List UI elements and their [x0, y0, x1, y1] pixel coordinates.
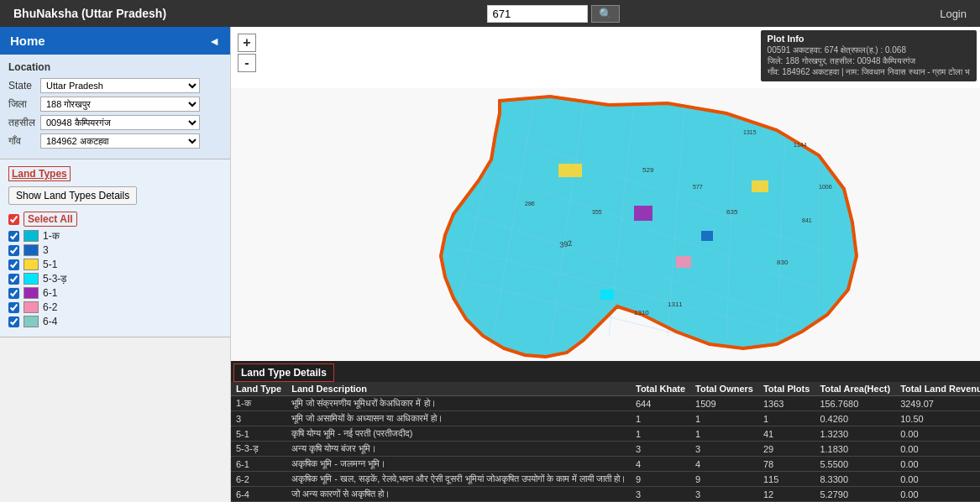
legend-checkbox-3[interactable] — [8, 274, 19, 285]
legend-label-6: 6-4 — [43, 316, 57, 327]
svg-text:1144: 1144 — [794, 142, 807, 148]
legend-checkbox-4[interactable] — [8, 288, 19, 299]
land-detail-cell-1-2: 1 — [631, 411, 690, 426]
land-types-title: Land Types — [8, 166, 71, 181]
legend-color-0 — [24, 230, 39, 242]
land-detail-col-1: Land Description — [286, 382, 631, 396]
legend-color-6 — [24, 316, 39, 327]
legend-item: 1-क — [8, 230, 222, 242]
land-detail-cell-2-4: 41 — [758, 426, 815, 442]
land-detail-cell-4-5: 5.5500 — [815, 457, 895, 472]
svg-text:577: 577 — [693, 184, 703, 190]
land-detail-cell-1-3: 1 — [690, 411, 758, 426]
legend-item: 3 — [8, 244, 222, 256]
collapse-arrow-icon[interactable]: ◄ — [208, 34, 220, 48]
land-detail-cell-5-1: अकृषिक भूमि - खल, सड़कें, रेलवे,भवन और ऐ… — [286, 472, 631, 487]
legend-label-3: 5-3-ड़ — [43, 273, 66, 285]
show-land-types-button[interactable]: Show Land Types Details — [8, 186, 137, 205]
svg-rect-18 — [752, 180, 768, 192]
land-detail-row: 6-2अकृषिक भूमि - खल, सड़कें, रेलवे,भवन औ… — [231, 472, 980, 487]
sidebar: Home ◄ Location State Uttar Pradesh जिला… — [0, 27, 231, 502]
legend-label-5: 6-2 — [43, 301, 57, 313]
home-label: Home — [10, 34, 45, 48]
village-select[interactable]: 184962 अकटहवा — [40, 133, 200, 149]
land-detail-cell-5-0: 6-2 — [231, 472, 286, 487]
select-all-row: Select All — [8, 212, 222, 227]
svg-rect-21 — [701, 231, 713, 241]
zoom-out-button[interactable]: - — [238, 54, 256, 72]
land-detail-cell-1-1: भूमि जो असामियों के अध्यासन या अधिकारमें… — [286, 411, 631, 426]
legend-checkbox-6[interactable] — [8, 316, 19, 327]
legend-checkbox-5[interactable] — [8, 302, 19, 313]
legend-item: 5-3-ड़ — [8, 273, 222, 285]
plot-info-panel: Plot Info 00591 अकटहवा: 674 क्षेत्रफल(ह.… — [761, 30, 977, 81]
legend-item: 5-1 — [8, 259, 222, 270]
land-detail-cell-2-5: 1.3230 — [815, 426, 895, 442]
legend-label-4: 6-1 — [43, 287, 57, 299]
svg-text:1006: 1006 — [819, 184, 832, 190]
svg-text:1310: 1310 — [634, 309, 649, 316]
land-detail-table: Land TypeLand DescriptionTotal KhateTota… — [231, 382, 980, 502]
app-title: BhuNaksha (Uttar Pradesh) — [13, 7, 166, 20]
legend-checkbox-0[interactable] — [8, 231, 19, 242]
legend-checkbox-1[interactable] — [8, 245, 19, 256]
land-detail-cell-0-2: 644 — [631, 396, 690, 411]
legend-label-0: 1-क — [43, 230, 60, 242]
land-detail-col-0: Land Type — [231, 382, 286, 396]
land-detail-cell-0-5: 156.7680 — [815, 396, 895, 411]
state-row: State Uttar Pradesh — [8, 78, 222, 93]
land-detail-cell-5-2: 9 — [631, 472, 690, 487]
zoom-controls: + - — [238, 34, 256, 72]
location-section: Location State Uttar Pradesh जिला 188 गो… — [0, 55, 230, 159]
search-bar: 🔍 — [487, 5, 620, 23]
land-detail-cell-5-6: 0.00 — [895, 472, 980, 487]
tehsil-select[interactable]: 00948 कैम्पियरगंज — [40, 115, 200, 130]
legend-item: 6-4 — [8, 316, 222, 327]
search-button[interactable]: 🔍 — [591, 5, 620, 23]
district-select[interactable]: 188 गोरखपुर — [40, 97, 200, 112]
land-detail-header-row: Land TypeLand DescriptionTotal KhateTota… — [231, 382, 980, 396]
select-all-checkbox[interactable] — [8, 214, 19, 225]
search-input[interactable] — [487, 5, 588, 23]
land-detail-col-2: Total Khate — [631, 382, 690, 396]
land-detail-cell-5-3: 9 — [690, 472, 758, 487]
map-area[interactable]: + - — [231, 27, 980, 502]
land-detail-col-6: Total Land Revenue — [895, 382, 980, 396]
land-detail-cell-2-0: 5-1 — [231, 426, 286, 442]
legend-checkbox-2[interactable] — [8, 259, 19, 270]
navbar: BhuNaksha (Uttar Pradesh) 🔍 Login — [0, 0, 980, 27]
district-row: जिला 188 गोरखपुर — [8, 97, 222, 112]
legend-color-2 — [24, 259, 39, 270]
land-detail-cell-2-2: 1 — [631, 426, 690, 442]
sidebar-header: Home ◄ — [0, 27, 230, 55]
plot-info-line3: गाँव: 184962 अकटहवा | नाम: जिवधान निवास … — [768, 67, 970, 77]
svg-text:529: 529 — [642, 166, 654, 174]
login-button[interactable]: Login — [940, 8, 967, 20]
land-detail-cell-6-2: 3 — [631, 487, 690, 502]
state-select[interactable]: Uttar Pradesh — [40, 78, 200, 93]
svg-text:1315: 1315 — [743, 129, 757, 135]
land-detail-title: Land Type Details — [233, 363, 334, 382]
land-detail-cell-6-1: जो अन्य कारणों से अकृषित हो। — [286, 487, 631, 502]
land-detail-cell-1-6: 10.50 — [895, 411, 980, 426]
land-detail-row: 5-1कृषि योग्य भूमि - नई परती (परतीजदीद)1… — [231, 426, 980, 442]
land-detail-cell-4-2: 4 — [631, 457, 690, 472]
land-detail-cell-3-6: 0.00 — [895, 442, 980, 457]
land-detail-cell-2-3: 1 — [690, 426, 758, 442]
svg-text:286: 286 — [525, 201, 535, 207]
land-detail-col-5: Total Area(Hect) — [815, 382, 895, 396]
land-detail-cell-3-1: अन्य कृषि योग्य बंजर भूमि। — [286, 442, 631, 457]
select-all-label: Select All — [24, 212, 77, 227]
village-label: गाँव — [8, 135, 40, 147]
land-detail-row: 3भूमि जो असामियों के अध्यासन या अधिकारमे… — [231, 411, 980, 426]
svg-text:635: 635 — [726, 208, 738, 216]
svg-text:841: 841 — [802, 217, 812, 223]
land-types-section: Land Types Show Land Types Details Selec… — [0, 159, 230, 337]
zoom-in-button[interactable]: + — [238, 34, 256, 52]
legend-color-1 — [24, 244, 39, 256]
land-detail-cell-2-1: कृषि योग्य भूमि - नई परती (परतीजदीद) — [286, 426, 631, 442]
land-detail-cell-5-5: 8.3300 — [815, 472, 895, 487]
land-detail-cell-1-5: 0.4260 — [815, 411, 895, 426]
land-detail-tbody: 1-कभूमि जो संक्रमणीय भूमिधरों केअधिकार म… — [231, 396, 980, 502]
svg-text:1311: 1311 — [668, 301, 683, 308]
